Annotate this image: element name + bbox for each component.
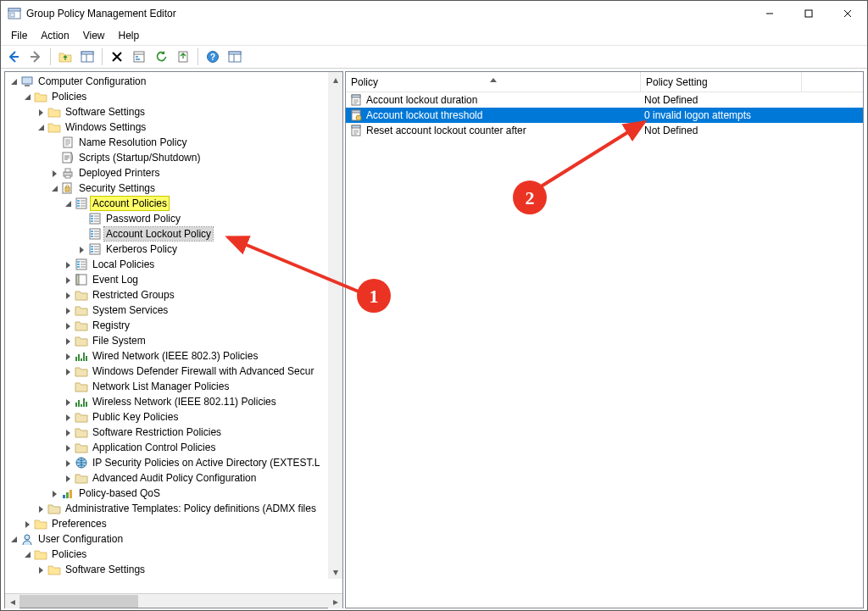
scroll-left-icon[interactable]: ◂	[5, 594, 19, 608]
delete-button[interactable]	[107, 47, 127, 66]
tree-horizontal-scrollbar[interactable]: ◂ ▸	[5, 593, 342, 608]
menu-file[interactable]: File	[4, 28, 34, 43]
tree-policy-based-qos[interactable]: Policy-based QoS	[5, 486, 342, 501]
lock-icon	[61, 181, 75, 195]
app-icon	[8, 7, 21, 20]
list-row-selected[interactable]: Account lockout threshold 0 invalid logo…	[346, 108, 863, 123]
chevron-right-icon[interactable]	[63, 259, 73, 269]
scroll-thumb[interactable]	[19, 595, 138, 608]
tree-software-restriction[interactable]: Software Restriction Policies	[5, 425, 342, 440]
tree-wired-network[interactable]: Wired Network (IEEE 802.3) Policies	[5, 348, 342, 364]
chevron-right-icon[interactable]	[63, 290, 73, 300]
chevron-down-icon[interactable]	[8, 76, 19, 86]
folder-icon	[34, 547, 47, 561]
help-button[interactable]	[203, 47, 223, 66]
tree-admin-templates[interactable]: Administrative Templates: Policy definit…	[5, 501, 342, 516]
printer-icon	[61, 166, 75, 180]
chevron-down-icon[interactable]	[36, 122, 46, 132]
chevron-right-icon[interactable]	[22, 519, 32, 529]
tree-software-settings[interactable]: Software Settings	[5, 104, 342, 119]
chevron-right-icon[interactable]	[36, 107, 46, 117]
maximize-button[interactable]	[789, 1, 828, 26]
tree-account-policies[interactable]: Account Policies	[5, 196, 342, 211]
folder-icon	[75, 441, 88, 454]
tree-registry[interactable]: Registry	[5, 318, 342, 333]
menu-help[interactable]: Help	[112, 28, 147, 43]
chevron-right-icon[interactable]	[63, 473, 73, 483]
chevron-right-icon[interactable]	[36, 503, 46, 514]
chevron-down-icon[interactable]	[22, 549, 32, 559]
chevron-right-icon[interactable]	[63, 275, 73, 285]
tree-defender-firewall[interactable]: Windows Defender Firewall with Advanced …	[5, 364, 342, 379]
chevron-right-icon[interactable]	[63, 351, 73, 361]
show-hide-tree-button[interactable]	[77, 47, 97, 66]
tree-security-settings[interactable]: Security Settings	[5, 181, 342, 196]
chevron-down-icon[interactable]	[22, 92, 32, 102]
chevron-right-icon[interactable]	[49, 488, 59, 498]
chevron-down-icon[interactable]	[49, 183, 59, 193]
computer-icon	[20, 75, 34, 88]
tree-ip-security[interactable]: IP Security Policies on Active Directory…	[5, 455, 342, 470]
column-policy[interactable]: Policy	[346, 72, 641, 92]
folder-icon	[75, 425, 88, 439]
tree-system-services[interactable]: System Services	[5, 303, 342, 318]
minimize-button[interactable]	[750, 1, 789, 26]
chevron-right-icon[interactable]	[36, 564, 46, 575]
tree-computer-configuration[interactable]: Computer Configuration	[5, 74, 342, 89]
policy-icon	[88, 242, 102, 256]
refresh-button[interactable]	[151, 47, 171, 66]
scroll-down-icon[interactable]: ▾	[328, 564, 342, 579]
tree-password-policy[interactable]: Password Policy	[5, 211, 342, 226]
list-row[interactable]: Reset account lockout counter after Not …	[346, 123, 863, 138]
chevron-right-icon[interactable]	[63, 427, 73, 437]
list-row[interactable]: Account lockout duration Not Defined	[346, 92, 863, 108]
tree-policies[interactable]: Policies	[5, 89, 342, 104]
chevron-right-icon[interactable]	[63, 336, 73, 346]
close-button[interactable]	[828, 1, 867, 26]
tree-vertical-scrollbar[interactable]: ▴ ▾	[328, 72, 342, 579]
chevron-right-icon[interactable]	[76, 244, 86, 254]
chevron-right-icon[interactable]	[63, 320, 73, 330]
scroll-right-icon[interactable]: ▸	[328, 594, 342, 608]
chevron-down-icon[interactable]	[8, 534, 19, 544]
chevron-right-icon[interactable]	[63, 442, 73, 453]
chevron-right-icon[interactable]	[63, 305, 73, 315]
tree-user-configuration[interactable]: User Configuration	[5, 531, 342, 547]
chevron-down-icon[interactable]	[63, 198, 73, 208]
tree-application-control[interactable]: Application Control Policies	[5, 440, 342, 455]
tree-windows-settings[interactable]: Windows Settings	[5, 119, 342, 135]
chevron-right-icon[interactable]	[63, 366, 73, 376]
tree-event-log[interactable]: Event Log	[5, 272, 342, 287]
tree-preferences[interactable]: Preferences	[5, 516, 342, 531]
tree-user-software-settings[interactable]: Software Settings	[5, 562, 342, 577]
chevron-right-icon[interactable]	[63, 412, 73, 422]
properties-button[interactable]	[129, 47, 149, 66]
chevron-right-icon[interactable]	[49, 168, 59, 178]
tree-public-key[interactable]: Public Key Policies	[5, 409, 342, 425]
tree-deployed-printers[interactable]: Deployed Printers	[5, 165, 342, 181]
forward-button[interactable]	[25, 47, 46, 66]
tree-kerberos-policy[interactable]: Kerberos Policy	[5, 242, 342, 257]
scroll-up-icon[interactable]: ▴	[328, 72, 342, 86]
tree-network-list[interactable]: Network List Manager Policies	[5, 379, 342, 394]
tree-file-system[interactable]: File System	[5, 333, 342, 348]
tree-name-resolution[interactable]: Name Resolution Policy	[5, 135, 342, 150]
chevron-right-icon[interactable]	[63, 458, 73, 468]
tree-wireless-network[interactable]: Wireless Network (IEEE 802.11) Policies	[5, 394, 342, 409]
tree-user-policies[interactable]: Policies	[5, 547, 342, 562]
tree-local-policies[interactable]: Local Policies	[5, 257, 342, 272]
menu-view[interactable]: View	[76, 28, 112, 43]
back-button[interactable]	[3, 47, 24, 66]
up-button[interactable]	[55, 47, 75, 66]
tree-restricted-groups[interactable]: Restricted Groups	[5, 287, 342, 303]
export-button[interactable]	[173, 47, 193, 66]
tree-scripts[interactable]: Scripts (Startup/Shutdown)	[5, 150, 342, 165]
folder-icon	[47, 563, 61, 576]
menu-action[interactable]: Action	[34, 28, 75, 43]
chevron-right-icon[interactable]	[63, 397, 73, 407]
column-policy-setting[interactable]: Policy Setting	[641, 72, 802, 92]
tree-account-lockout-policy[interactable]: Account Lockout Policy	[5, 226, 342, 242]
list-panel: Policy Policy Setting Account lockout du…	[345, 71, 864, 608]
tree-advanced-audit[interactable]: Advanced Audit Policy Configuration	[5, 470, 342, 486]
panes2-button[interactable]	[225, 47, 245, 66]
